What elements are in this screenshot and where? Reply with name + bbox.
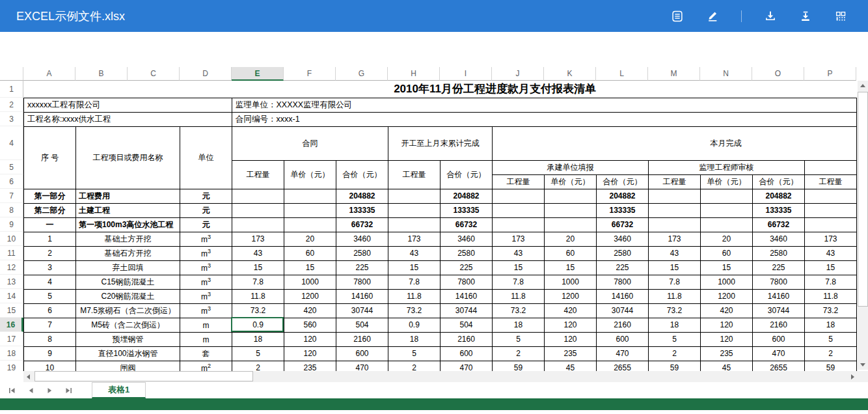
cell-unit[interactable]: 元 (180, 203, 232, 217)
cell-item-name[interactable]: 闸阀 (76, 361, 180, 371)
cell[interactable]: 7.8 (805, 275, 857, 289)
cell[interactable]: 5 (805, 332, 857, 346)
header-item-name[interactable]: 工程项目或费用名称 (76, 126, 180, 189)
cell[interactable]: 2160 (753, 318, 805, 332)
cell[interactable]: 1000 (284, 275, 336, 289)
row-header[interactable]: 5 (0, 160, 23, 174)
header-contract-group[interactable]: 合同 (232, 126, 388, 160)
prev-sheet-button[interactable] (27, 387, 34, 394)
cell[interactable]: 7.8 (388, 275, 441, 289)
cell[interactable]: 3460 (336, 232, 388, 246)
cell[interactable] (649, 203, 701, 217)
cell[interactable] (284, 217, 336, 232)
column-header[interactable]: F (284, 67, 336, 81)
cell[interactable]: 18 (388, 332, 441, 346)
cell[interactable]: 120 (701, 318, 753, 332)
header-unit-price[interactable]: 单价（元） (701, 174, 753, 189)
cell[interactable]: 225 (597, 260, 649, 275)
cell[interactable]: 420 (701, 303, 753, 318)
cell-seq[interactable]: 8 (24, 332, 76, 346)
cell[interactable]: 43 (388, 246, 441, 260)
cell[interactable]: 43 (493, 246, 545, 260)
cell[interactable]: 1000 (701, 275, 753, 289)
cell[interactable]: 7.8 (649, 275, 701, 289)
cell[interactable]: 235 (701, 346, 753, 361)
scroll-up-button[interactable] (858, 81, 868, 91)
cell[interactable]: 15 (232, 260, 284, 275)
cell-item-name[interactable]: 预埋钢管 (76, 332, 180, 346)
cell-company[interactable]: xxxxxx工程有限公司 (24, 98, 232, 112)
header-total-price[interactable]: 合价（元） (597, 174, 649, 189)
cell[interactable]: 18 (649, 318, 701, 332)
column-header[interactable]: G (336, 67, 388, 81)
cell-unit[interactable]: m3 (180, 303, 232, 318)
cell[interactable]: 15 (649, 260, 701, 275)
cell[interactable] (545, 217, 597, 232)
cell[interactable]: 14160 (336, 289, 388, 303)
cell-unit[interactable]: 元 (180, 217, 232, 232)
cell-item-name[interactable]: C20钢筋混凝土 (76, 289, 180, 303)
row-header[interactable]: 1 (0, 81, 23, 98)
header-total-price[interactable]: 合价（元） (753, 174, 805, 189)
row-header[interactable]: 18 (0, 346, 23, 361)
header-total-price[interactable]: 合价（元） (336, 160, 388, 189)
cell[interactable] (493, 217, 545, 232)
cell[interactable]: 600 (597, 332, 649, 346)
last-sheet-button[interactable] (64, 387, 72, 394)
cell[interactable]: 15 (284, 260, 336, 275)
cell[interactable] (232, 217, 284, 232)
apps-grid-icon[interactable] (834, 10, 847, 23)
cell[interactable]: 73.2 (493, 303, 545, 318)
cell[interactable]: 470 (597, 346, 649, 361)
row-header[interactable]: 16 (0, 318, 23, 332)
cell-unit[interactable]: m3 (180, 232, 232, 246)
cell[interactable] (701, 203, 753, 217)
download-icon[interactable] (764, 10, 777, 23)
cell[interactable]: 11.8 (805, 289, 857, 303)
header-seq[interactable]: 序 号 (24, 126, 76, 189)
cell-unit[interactable]: m (180, 318, 232, 332)
cell-unit[interactable]: m (180, 332, 232, 346)
cell[interactable]: 18 (805, 318, 857, 332)
cell[interactable]: 14160 (753, 289, 805, 303)
cell[interactable]: 5 (649, 332, 701, 346)
cell[interactable]: 30744 (336, 303, 388, 318)
cell[interactable] (232, 203, 284, 217)
report-title[interactable]: 2010年11月份工程进度款月支付报表清单 (24, 81, 857, 98)
cell-seq[interactable]: 1 (24, 232, 76, 246)
cell-unit[interactable]: m2 (180, 361, 232, 371)
cell-unit[interactable]: m3 (180, 246, 232, 260)
cell[interactable]: 3460 (753, 232, 805, 246)
cell[interactable]: 18 (493, 318, 545, 332)
row-header[interactable]: 9 (0, 217, 23, 232)
cell[interactable]: 15 (388, 260, 441, 275)
row-header[interactable]: 15 (0, 303, 23, 318)
cell[interactable]: 173 (232, 232, 284, 246)
cell-seq[interactable]: 2 (24, 246, 76, 260)
cell-contract-no[interactable]: 合同编号：xxxx-1 (232, 112, 857, 126)
cell[interactable]: 30744 (753, 303, 805, 318)
row-header[interactable]: 8 (0, 203, 23, 217)
cell[interactable]: 7800 (336, 275, 388, 289)
header-prev-cumulative-group[interactable]: 开工至上月末累计完成 (388, 126, 493, 160)
header-qty[interactable]: 工程量 (649, 174, 701, 189)
cell-seq[interactable]: 第二部分 (24, 203, 76, 217)
cell[interactable] (388, 203, 441, 217)
cell-item-name[interactable]: 第一项100m3高位水池工程 (76, 217, 180, 232)
column-header[interactable]: J (492, 67, 544, 81)
column-header[interactable]: C (128, 67, 180, 81)
column-header[interactable]: N (700, 67, 752, 81)
column-header[interactable]: K (544, 67, 596, 81)
cell-unit[interactable]: m3 (180, 275, 232, 289)
cell[interactable]: 18 (232, 332, 284, 346)
cell[interactable]: 14160 (597, 289, 649, 303)
cell[interactable] (805, 203, 857, 217)
column-header[interactable]: B (75, 67, 128, 81)
cell-item-name[interactable]: 工程费用 (76, 189, 180, 203)
cell[interactable]: 30744 (441, 303, 493, 318)
cell[interactable]: 43 (805, 246, 857, 260)
cell-item-name[interactable]: 土建工程 (76, 203, 180, 217)
cell[interactable]: 15 (545, 260, 597, 275)
cell[interactable]: 66732 (753, 217, 805, 232)
edit-icon[interactable] (706, 10, 719, 23)
